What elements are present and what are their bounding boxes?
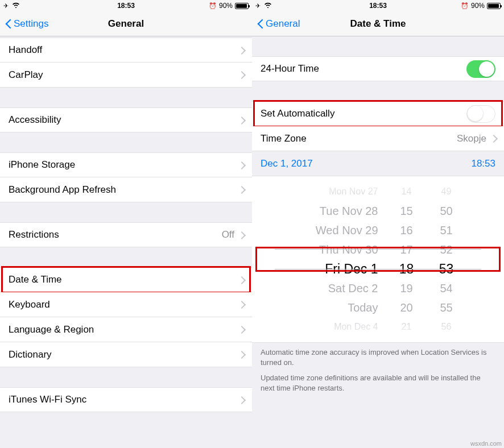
nav-bar: General Date & Time	[252, 11, 504, 36]
airplane-mode-icon: ✈︎	[255, 2, 261, 10]
picker-date: Mon Dec 4	[299, 322, 378, 332]
chevron-left-icon	[257, 18, 263, 30]
picker-date-selected: Fri Dec 1	[299, 262, 378, 277]
cell-label: Date & Time	[9, 274, 239, 285]
back-button[interactable]: General	[257, 18, 300, 30]
picker-min: 51	[435, 224, 458, 237]
cell-label: iPhone Storage	[9, 159, 239, 171]
cell-itunes-wifi-sync[interactable]: iTunes Wi-Fi Sync	[0, 387, 252, 412]
picker-hour: 21	[395, 322, 418, 332]
picker-min: 49	[435, 186, 458, 197]
chevron-left-icon	[5, 18, 11, 30]
picker-date: Tue Nov 28	[299, 205, 378, 218]
cell-carplay[interactable]: CarPlay	[0, 63, 252, 88]
cell-keyboard[interactable]: Keyboard	[0, 292, 252, 317]
cell-label: CarPlay	[9, 69, 239, 81]
chevron-right-icon	[239, 71, 243, 78]
picker-hour: 20	[395, 301, 418, 314]
battery-icon	[487, 3, 501, 9]
picker-min: 52	[435, 243, 458, 256]
picker-hour: 14	[395, 186, 418, 197]
datetime-picker[interactable]: Mon Nov 27 14 49 Tue Nov 28 15 50 Wed No…	[252, 176, 504, 343]
picker-date: Thu Nov 30	[299, 243, 378, 256]
cell-label: 24-Hour Time	[261, 63, 466, 74]
cell-label: Keyboard	[9, 299, 239, 310]
chevron-right-icon	[239, 186, 243, 193]
chevron-right-icon	[239, 351, 243, 358]
picker-hour: 16	[395, 224, 418, 237]
chevron-right-icon	[239, 161, 243, 169]
picker-hour: 15	[395, 205, 418, 218]
picker-date: Mon Nov 27	[299, 186, 378, 197]
cell-accessibility[interactable]: Accessibility	[0, 107, 252, 132]
cell-language-region[interactable]: Language & Region	[0, 317, 252, 342]
back-label: General	[266, 18, 300, 30]
phone-right-datetime: ✈︎ 18:53 ⏰ 90% General Date & Time 24-Ho…	[252, 0, 504, 448]
status-bar: ✈︎ 18:53 ⏰ 90%	[0, 0, 252, 11]
airplane-mode-icon: ✈︎	[3, 2, 9, 10]
page-title: General	[108, 18, 144, 30]
footer-note: Automatic time zone accuracy is improved…	[252, 343, 504, 403]
page-title: Date & Time	[350, 18, 406, 30]
wifi-icon	[12, 2, 20, 10]
cell-set-automatically[interactable]: Set Automatically	[252, 101, 504, 126]
cell-label: Time Zone	[261, 133, 457, 144]
alarm-icon: ⏰	[209, 2, 217, 10]
footer-p2: Updated time zone definitions are availa…	[261, 373, 495, 393]
cell-date-time[interactable]: Date & Time	[0, 267, 252, 292]
status-bar: ✈︎ 18:53 ⏰ 90%	[252, 0, 504, 11]
battery-icon	[235, 3, 249, 9]
chevron-right-icon	[239, 301, 243, 308]
phone-left-general: ✈︎ 18:53 ⏰ 90% Settings General Handoff	[0, 0, 252, 448]
alarm-icon: ⏰	[461, 2, 469, 10]
picker-date: Sat Dec 2	[299, 282, 378, 295]
chevron-right-icon	[239, 276, 243, 284]
cell-handoff[interactable]: Handoff	[0, 38, 252, 63]
nav-bar: Settings General	[0, 11, 252, 36]
picker-hour-selected: 18	[395, 262, 418, 277]
cell-label: Restrictions	[9, 229, 222, 240]
cell-label: Language & Region	[9, 324, 239, 335]
cell-time-zone[interactable]: Time Zone Skopje	[252, 126, 504, 151]
cell-24hour[interactable]: 24-Hour Time	[252, 56, 504, 81]
toggle-24hour[interactable]	[466, 60, 495, 78]
selected-time: 18:53	[471, 158, 495, 169]
wifi-icon	[264, 2, 272, 10]
cell-restrictions[interactable]: Restrictions Off	[0, 222, 252, 247]
picker-min-selected: 53	[435, 262, 458, 277]
chevron-right-icon	[491, 135, 495, 142]
chevron-right-icon	[239, 47, 243, 54]
cell-label: Background App Refresh	[9, 184, 239, 196]
battery-percent: 90%	[471, 2, 485, 10]
cell-detail: Skopje	[457, 133, 486, 144]
cell-iphone-storage[interactable]: iPhone Storage	[0, 152, 252, 177]
chevron-right-icon	[239, 396, 243, 404]
watermark-credit: wsxdn.com	[470, 440, 502, 447]
cell-background-refresh[interactable]: Background App Refresh	[0, 177, 252, 202]
picker-date: Wed Nov 29	[299, 224, 378, 237]
toggle-set-auto[interactable]	[466, 105, 495, 123]
cell-label: Set Automatically	[261, 108, 466, 119]
cell-detail: Off	[222, 229, 234, 240]
picker-min: 56	[435, 322, 458, 332]
picker-min: 54	[435, 282, 458, 295]
battery-percent: 90%	[219, 2, 233, 10]
back-button[interactable]: Settings	[5, 18, 48, 30]
picker-min: 55	[435, 301, 458, 314]
selected-date: Dec 1, 2017	[261, 158, 313, 169]
status-time: 18:53	[369, 2, 387, 10]
footer-p1: Automatic time zone accuracy is improved…	[261, 347, 495, 367]
cell-label: Accessibility	[9, 114, 239, 126]
picker-hour: 17	[395, 243, 418, 256]
chevron-right-icon	[239, 117, 243, 124]
chevron-right-icon	[239, 231, 243, 239]
date-time-row[interactable]: Dec 1, 2017 18:53	[252, 151, 504, 176]
picker-hour: 19	[395, 282, 418, 295]
back-label: Settings	[14, 18, 48, 30]
cell-label: Handoff	[9, 44, 239, 56]
cell-dictionary[interactable]: Dictionary	[0, 342, 252, 367]
cell-label: iTunes Wi-Fi Sync	[9, 394, 239, 405]
picker-min: 50	[435, 205, 458, 218]
picker-date: Today	[299, 301, 378, 314]
cell-label: Dictionary	[9, 349, 239, 360]
